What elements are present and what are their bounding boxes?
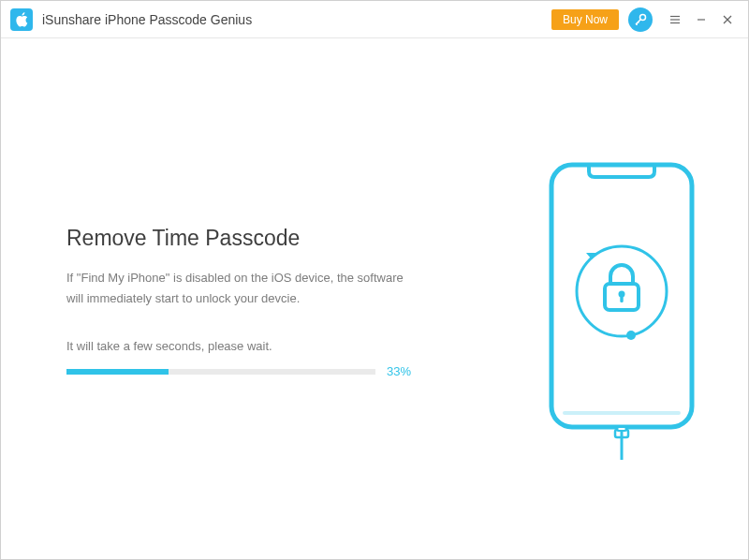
phone-lock-graphic	[542, 160, 701, 460]
close-button[interactable]	[714, 7, 741, 33]
progress-fill	[66, 369, 169, 375]
svg-rect-20	[618, 427, 626, 431]
minimize-icon	[695, 13, 708, 26]
progress-percent-label: 33%	[387, 364, 411, 378]
main-content: Remove Time Passcode If "Find My iPhone"…	[1, 38, 748, 559]
progress-bar	[66, 369, 375, 375]
page-heading: Remove Time Passcode	[66, 226, 514, 251]
app-logo	[10, 8, 33, 31]
close-icon	[721, 13, 734, 26]
content-left: Remove Time Passcode If "Find My iPhone"…	[66, 95, 533, 522]
menu-icon	[668, 13, 682, 26]
apple-icon	[15, 12, 28, 27]
lock-icon	[605, 265, 639, 310]
progress-row: 33%	[66, 364, 514, 378]
phone-illustration	[533, 160, 711, 522]
menu-button[interactable]	[662, 7, 688, 33]
key-icon	[634, 13, 647, 26]
titlebar: iSunshare iPhone Passcode Genius Buy Now	[1, 1, 748, 38]
page-description: If "Find My iPhone" is disabled on the i…	[66, 268, 422, 309]
register-key-button[interactable]	[628, 7, 653, 32]
buy-now-button[interactable]: Buy Now	[551, 9, 619, 30]
wait-text: It will take a few seconds, please wait.	[66, 339, 514, 353]
svg-point-14	[626, 331, 636, 340]
app-title: iSunshare iPhone Passcode Genius	[42, 12, 252, 27]
svg-rect-17	[620, 294, 623, 302]
svg-rect-11	[563, 411, 681, 415]
svg-point-0	[640, 14, 646, 20]
minimize-button[interactable]	[688, 7, 714, 33]
